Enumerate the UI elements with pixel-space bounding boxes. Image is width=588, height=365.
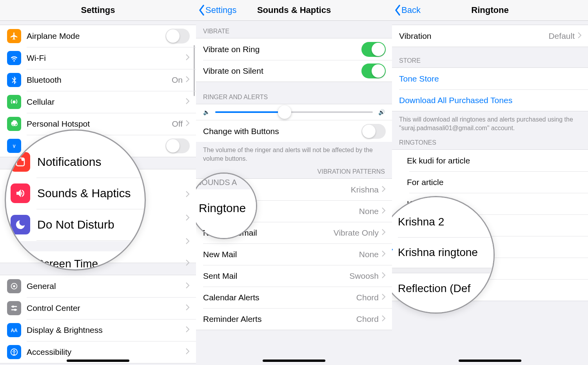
- row-value: Off: [172, 119, 183, 129]
- row-value: Krishna: [351, 185, 379, 194]
- svg-point-13: [22, 158, 25, 161]
- toggle-vpn[interactable]: [165, 138, 190, 153]
- navbar: Back Ringtone: [392, 0, 588, 21]
- row-reminder-alerts[interactable]: Reminder Alerts Chord: [196, 308, 392, 330]
- row-value: Swoosh: [349, 271, 379, 281]
- general-icon: [7, 279, 21, 293]
- row-label: Calendar Alerts: [196, 287, 356, 308]
- row-value: None: [359, 250, 379, 259]
- svg-point-4: [13, 285, 15, 287]
- row-label: Bluetooth: [27, 70, 172, 90]
- mag-ringtone-label: Ringtone: [199, 202, 246, 215]
- mag-row-notifications[interactable]: Notifications: [6, 146, 145, 178]
- airplane-icon: [7, 29, 21, 43]
- chevron-right-icon: [382, 186, 386, 194]
- chevron-right-icon: [382, 315, 386, 323]
- ringtones-header: RINGTONES: [392, 135, 588, 149]
- row-label: Vibration: [392, 26, 548, 46]
- chevron-right-icon: [186, 54, 190, 62]
- row-label: Reminder Alerts: [196, 309, 356, 329]
- slider-thumb[interactable]: [278, 105, 291, 119]
- row-hotspot[interactable]: Personal Hotspot Off: [0, 113, 196, 135]
- row-value: Chord: [356, 314, 379, 324]
- row-value: On: [172, 75, 183, 85]
- row-new-mail[interactable]: New Mail None: [196, 243, 392, 265]
- chevron-right-icon: [186, 191, 190, 199]
- toggle-vibrate-ring[interactable]: [361, 42, 386, 57]
- back-button[interactable]: Back: [394, 4, 421, 16]
- row-label: Vibrate on Ring: [196, 39, 361, 60]
- row-label: Download All Purchased Tones: [392, 90, 582, 111]
- chevron-right-icon: [186, 348, 190, 356]
- bluetooth-icon: [7, 73, 21, 87]
- sounds-icon: [11, 183, 30, 203]
- ringer-header: RINGER AND ALERTS: [196, 82, 392, 104]
- store-header: STORE: [392, 47, 588, 67]
- toggle-vibrate-silent[interactable]: [361, 64, 386, 78]
- row-airplane-mode[interactable]: Airplane Mode: [0, 25, 196, 47]
- mag-row-sounds[interactable]: Sounds & Haptics: [6, 178, 145, 209]
- row-calendar-alerts[interactable]: Calendar Alerts Chord: [196, 287, 392, 308]
- mag-row-dnd[interactable]: Do Not Disturb: [6, 209, 145, 240]
- navbar-title: Settings: [81, 5, 115, 15]
- row-general[interactable]: General: [0, 275, 196, 297]
- row-wifi[interactable]: Wi-Fi: [0, 47, 196, 69]
- row-control-center[interactable]: Control Center: [0, 297, 196, 319]
- row-sent-mail[interactable]: Sent Mail Swoosh: [196, 265, 392, 287]
- chevron-right-icon: [382, 207, 386, 215]
- navbar-title: Ringtone: [471, 5, 508, 15]
- mag-label: Reflection (Def: [398, 282, 470, 295]
- chevron-right-icon: [578, 32, 582, 40]
- ringer-volume-slider[interactable]: 🔈 🔊: [196, 104, 392, 120]
- row-vibrate-silent[interactable]: Vibrate on Silent: [196, 60, 392, 82]
- home-indicator[interactable]: [459, 360, 521, 362]
- toggle-change-buttons[interactable]: [361, 124, 386, 139]
- row-bluetooth[interactable]: Bluetooth On: [0, 69, 196, 91]
- row-label: Control Center: [27, 298, 186, 318]
- checkmark-icon: [392, 247, 398, 258]
- chevron-right-icon: [186, 214, 190, 222]
- row-label: Airplane Mode: [27, 26, 165, 46]
- slider-track[interactable]: [215, 111, 373, 113]
- chevron-right-icon: [382, 294, 386, 301]
- chevron-right-icon: [186, 282, 190, 290]
- navbar: Settings Sounds & Haptics: [196, 0, 392, 21]
- chevron-right-icon: [382, 272, 386, 280]
- speaker-low-icon: 🔈: [203, 109, 210, 115]
- mag-row-krishna-ringtone[interactable]: Krishna ringtone: [392, 237, 494, 268]
- row-download-all[interactable]: Download All Purchased Tones: [392, 89, 588, 111]
- row-tone-store[interactable]: Tone Store: [392, 68, 588, 89]
- row-cellular[interactable]: Cellular: [0, 91, 196, 113]
- row-vibration[interactable]: Vibration Default: [392, 25, 588, 47]
- row-display-brightness[interactable]: AA Display & Brightness: [0, 319, 196, 341]
- navbar: Settings: [0, 0, 196, 21]
- navbar-title: Sounds & Haptics: [257, 5, 331, 15]
- row-value: Default: [548, 31, 575, 41]
- mag-label: Krishna 2: [398, 216, 444, 228]
- ringtone-row[interactable]: For article: [392, 171, 588, 193]
- row-label: Sent Mail: [196, 266, 349, 286]
- home-indicator[interactable]: [67, 360, 129, 362]
- home-indicator[interactable]: [263, 360, 325, 362]
- back-label: Back: [401, 5, 421, 15]
- svg-text:AA: AA: [11, 328, 18, 333]
- back-button[interactable]: Settings: [198, 4, 237, 16]
- settings-group-general: General Control Center AA Display & Brig…: [0, 275, 196, 363]
- chevron-right-icon: [186, 326, 190, 334]
- row-vibrate-ring[interactable]: Vibrate on Ring: [196, 38, 392, 60]
- dnd-icon: [11, 215, 30, 234]
- row-change-with-buttons[interactable]: Change with Buttons: [196, 120, 392, 142]
- row-label: Personal Hotspot: [27, 114, 172, 134]
- row-label: Cellular: [27, 92, 186, 112]
- screen-sounds-haptics: Settings Sounds & Haptics VIBRATE Vibrat…: [196, 0, 392, 365]
- screen-settings: Settings Airplane Mode Wi-Fi: [0, 0, 196, 365]
- ringtone-row[interactable]: Ek kudi for article: [392, 150, 588, 171]
- row-label: Vibrate on Silent: [196, 61, 361, 81]
- chevron-right-icon: [186, 260, 190, 267]
- toggle-airplane[interactable]: [165, 29, 190, 44]
- control-center-icon: [7, 301, 21, 315]
- chevron-right-icon: [382, 229, 386, 237]
- vpn-icon: V: [7, 139, 21, 153]
- row-label: Wi-Fi: [27, 48, 183, 68]
- mag-label: Do Not Disturb: [37, 218, 114, 231]
